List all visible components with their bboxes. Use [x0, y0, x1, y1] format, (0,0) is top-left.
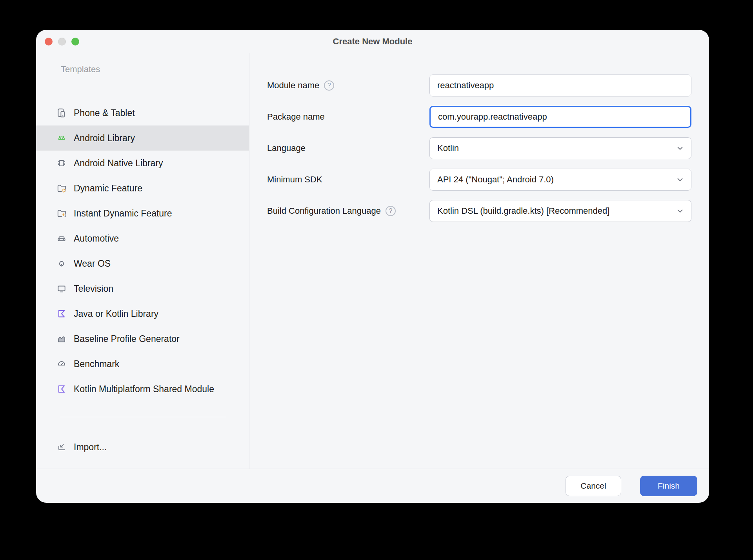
language-select[interactable]: Kotlin [429, 137, 691, 159]
sidebar-item-baseline-profile-generator[interactable]: Baseline Profile Generator [36, 326, 249, 351]
field-label: Minimum SDK [267, 175, 322, 185]
sidebar-item-android-library[interactable]: Android Library [36, 125, 249, 151]
android-icon [56, 133, 67, 143]
sidebar-item-label: Baseline Profile Generator [74, 334, 180, 344]
kotlin-icon [56, 384, 67, 394]
import-icon [56, 442, 67, 452]
chevron-down-icon [675, 175, 685, 184]
form-row-minimum-sdk: Minimum SDKAPI 24 ("Nougat"; Android 7.0… [249, 169, 709, 191]
chevron-down-icon [675, 144, 685, 153]
sidebar-item-kotlin-multiplatform-shared-module[interactable]: Kotlin Multiplatform Shared Module [36, 376, 249, 402]
sidebar-item-benchmark[interactable]: Benchmark [36, 351, 249, 376]
titlebar[interactable]: Create New Module [36, 30, 709, 53]
form-row-module-name: Module name [249, 75, 709, 96]
chevron-down-icon [675, 206, 685, 216]
tv-icon [56, 284, 67, 294]
form-row-build-configuration-language: Build Configuration LanguageKotlin DSL (… [249, 200, 709, 222]
desktop-background: Create New Module Templates Phone & Tabl… [0, 0, 753, 560]
sidebar-separator [60, 417, 226, 417]
import-button[interactable]: Import... [36, 435, 249, 460]
chart-icon [56, 334, 67, 344]
field-label: Build Configuration Language [267, 206, 381, 216]
sidebar-item-dynamic-feature[interactable]: Dynamic Feature [36, 176, 249, 201]
sidebar-item-label: Kotlin Multiplatform Shared Module [74, 384, 214, 395]
sidebar-item-label: Benchmark [74, 359, 119, 369]
field-label-group: Language [249, 143, 429, 153]
sidebar-item-label: Instant Dynamic Feature [74, 208, 172, 219]
folder-instant-icon [56, 208, 67, 218]
field-label-group: Minimum SDK [249, 175, 429, 185]
car-icon [56, 233, 67, 244]
module-form: Module namePackage nameLanguageKotlin Mi… [249, 53, 709, 231]
folder-dynamic-icon [56, 183, 67, 193]
kotlin-icon [56, 309, 67, 319]
dialog-title: Create New Module [36, 36, 709, 47]
field-label-group: Package name [249, 112, 429, 122]
form-row-language: LanguageKotlin [249, 137, 709, 159]
watch-icon [56, 258, 67, 269]
sidebar-item-phone-tablet[interactable]: Phone & Tablet [36, 100, 249, 125]
chip-icon [56, 158, 67, 168]
select-value: Kotlin DSL (build.gradle.kts) [Recommend… [437, 206, 675, 216]
sidebar-item-label: Television [74, 284, 113, 294]
form-row-package-name: Package name [249, 106, 709, 128]
finish-button[interactable]: Finish [640, 476, 697, 496]
help-icon[interactable] [324, 80, 334, 91]
sidebar-item-label: Phone & Tablet [74, 108, 135, 118]
create-new-module-dialog: Create New Module Templates Phone & Tabl… [36, 30, 709, 503]
templates-heading: Templates [61, 64, 100, 75]
build-configuration-language-select[interactable]: Kotlin DSL (build.gradle.kts) [Recommend… [429, 200, 691, 222]
sidebar-item-label: Android Library [74, 133, 135, 144]
sidebar-item-automotive[interactable]: Automotive [36, 226, 249, 251]
field-label: Module name [267, 80, 319, 91]
sidebar-item-instant-dynamic-feature[interactable]: Instant Dynamic Feature [36, 201, 249, 226]
sidebar-item-android-native-library[interactable]: Android Native Library [36, 151, 249, 176]
import-label: Import... [74, 442, 107, 453]
sidebar-item-label: Android Native Library [74, 158, 163, 169]
sidebar-item-label: Dynamic Feature [74, 183, 142, 194]
sidebar-item-java-or-kotlin-library[interactable]: Java or Kotlin Library [36, 301, 249, 326]
field-label: Package name [267, 112, 325, 122]
help-icon[interactable] [386, 206, 396, 216]
templates-sidebar: Templates Phone & Tablet Android Library… [36, 53, 249, 469]
package-name-input[interactable] [429, 106, 691, 128]
sidebar-item-label: Automotive [74, 233, 119, 244]
template-list: Phone & Tablet Android Library Android N… [36, 100, 249, 402]
sidebar-item-television[interactable]: Television [36, 276, 249, 301]
field-label-group: Module name [249, 80, 429, 91]
field-label-group: Build Configuration Language [249, 206, 429, 216]
sidebar-item-wear-os[interactable]: Wear OS [36, 251, 249, 276]
phone-tablet-icon [56, 108, 67, 118]
gauge-icon [56, 359, 67, 369]
sidebar-item-label: Java or Kotlin Library [74, 309, 158, 319]
footer: Cancel Finish [36, 469, 709, 503]
sidebar-item-label: Wear OS [74, 258, 111, 269]
select-value: Kotlin [437, 143, 675, 153]
cancel-button[interactable]: Cancel [566, 476, 621, 496]
module-name-input[interactable] [429, 75, 691, 96]
select-value: API 24 ("Nougat"; Android 7.0) [437, 175, 675, 185]
minimum-sdk-select[interactable]: API 24 ("Nougat"; Android 7.0) [429, 169, 691, 191]
field-label: Language [267, 143, 306, 153]
